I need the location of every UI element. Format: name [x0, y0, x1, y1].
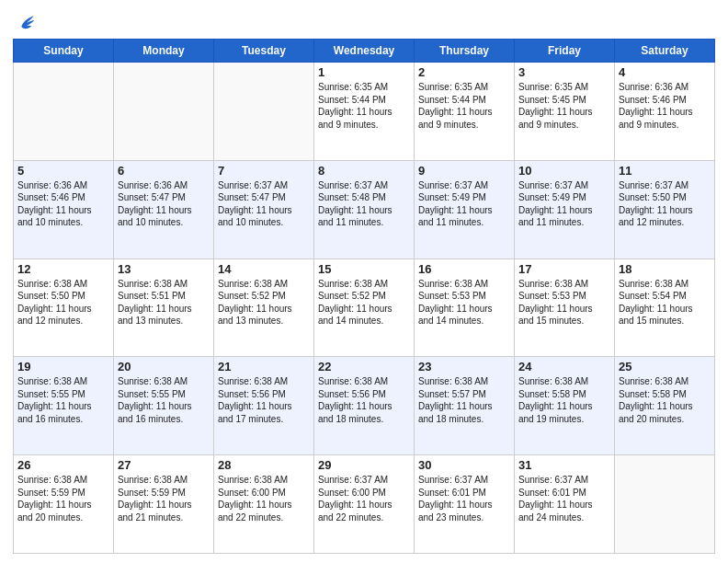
calendar-cell: 8Sunrise: 6:37 AM Sunset: 5:48 PM Daylig…	[314, 160, 415, 259]
calendar-cell: 4Sunrise: 6:36 AM Sunset: 5:46 PM Daylig…	[615, 63, 715, 161]
day-number: 9	[418, 164, 510, 178]
cell-info: Sunrise: 6:38 AM Sunset: 5:55 PM Dayligh…	[118, 375, 210, 425]
calendar-cell: 1Sunrise: 6:35 AM Sunset: 5:44 PM Daylig…	[314, 63, 415, 161]
cell-info: Sunrise: 6:38 AM Sunset: 5:56 PM Dayligh…	[218, 375, 310, 425]
calendar-cell: 23Sunrise: 6:38 AM Sunset: 5:57 PM Dayli…	[415, 357, 515, 455]
calendar-cell: 5Sunrise: 6:36 AM Sunset: 5:46 PM Daylig…	[14, 160, 114, 259]
day-number: 27	[118, 458, 210, 472]
calendar-cell: 26Sunrise: 6:38 AM Sunset: 5:59 PM Dayli…	[14, 455, 114, 554]
weekday-header-thursday: Thursday	[415, 40, 515, 63]
calendar-cell: 25Sunrise: 6:38 AM Sunset: 5:58 PM Dayli…	[615, 357, 715, 455]
cell-info: Sunrise: 6:37 AM Sunset: 6:01 PM Dayligh…	[418, 474, 510, 523]
calendar-cell	[615, 455, 715, 554]
day-number: 17	[518, 262, 610, 276]
calendar-cell: 16Sunrise: 6:38 AM Sunset: 5:53 PM Dayli…	[415, 259, 515, 357]
calendar-cell: 9Sunrise: 6:37 AM Sunset: 5:49 PM Daylig…	[415, 160, 515, 259]
day-number: 24	[518, 360, 610, 373]
calendar-cell: 22Sunrise: 6:38 AM Sunset: 5:56 PM Dayli…	[314, 357, 415, 455]
page: SundayMondayTuesdayWednesdayThursdayFrid…	[0, 0, 728, 563]
day-number: 23	[418, 360, 510, 373]
day-number: 6	[118, 164, 210, 178]
calendar-cell: 15Sunrise: 6:38 AM Sunset: 5:52 PM Dayli…	[314, 259, 415, 357]
cell-info: Sunrise: 6:38 AM Sunset: 5:52 PM Dayligh…	[318, 278, 410, 327]
logo	[13, 13, 35, 33]
day-number: 3	[518, 65, 610, 79]
calendar-cell: 10Sunrise: 6:37 AM Sunset: 5:49 PM Dayli…	[515, 160, 615, 259]
day-number: 10	[518, 164, 610, 178]
weekday-header-saturday: Saturday	[615, 40, 715, 63]
header	[13, 9, 715, 33]
weekday-header-friday: Friday	[515, 40, 615, 63]
week-row-3: 12Sunrise: 6:38 AM Sunset: 5:50 PM Dayli…	[14, 259, 715, 357]
calendar-cell: 2Sunrise: 6:35 AM Sunset: 5:44 PM Daylig…	[415, 63, 515, 161]
weekday-header-wednesday: Wednesday	[314, 40, 415, 63]
logo-bird-icon	[15, 13, 35, 33]
calendar-cell: 28Sunrise: 6:38 AM Sunset: 6:00 PM Dayli…	[214, 455, 314, 554]
calendar-cell: 6Sunrise: 6:36 AM Sunset: 5:47 PM Daylig…	[114, 160, 214, 259]
calendar-cell: 11Sunrise: 6:37 AM Sunset: 5:50 PM Dayli…	[615, 160, 715, 259]
day-number: 5	[17, 164, 109, 178]
day-number: 22	[318, 360, 410, 373]
calendar-cell: 27Sunrise: 6:38 AM Sunset: 5:59 PM Dayli…	[114, 455, 214, 554]
day-number: 31	[518, 458, 610, 472]
week-row-1: 1Sunrise: 6:35 AM Sunset: 5:44 PM Daylig…	[14, 63, 715, 161]
calendar-cell: 17Sunrise: 6:38 AM Sunset: 5:53 PM Dayli…	[515, 259, 615, 357]
calendar-cell: 12Sunrise: 6:38 AM Sunset: 5:50 PM Dayli…	[14, 259, 114, 357]
calendar-cell: 24Sunrise: 6:38 AM Sunset: 5:58 PM Dayli…	[515, 357, 615, 455]
day-number: 12	[17, 262, 109, 276]
calendar-cell: 30Sunrise: 6:37 AM Sunset: 6:01 PM Dayli…	[415, 455, 515, 554]
cell-info: Sunrise: 6:38 AM Sunset: 5:59 PM Dayligh…	[118, 474, 210, 523]
calendar-cell: 19Sunrise: 6:38 AM Sunset: 5:55 PM Dayli…	[14, 357, 114, 455]
day-number: 4	[619, 65, 711, 79]
calendar-table: SundayMondayTuesdayWednesdayThursdayFrid…	[13, 39, 715, 554]
day-number: 25	[619, 360, 711, 373]
weekday-header-sunday: Sunday	[14, 40, 114, 63]
day-number: 21	[218, 360, 310, 373]
cell-info: Sunrise: 6:38 AM Sunset: 6:00 PM Dayligh…	[218, 474, 310, 523]
cell-info: Sunrise: 6:38 AM Sunset: 5:58 PM Dayligh…	[518, 375, 610, 425]
day-number: 26	[17, 458, 109, 472]
day-number: 8	[318, 164, 410, 178]
cell-info: Sunrise: 6:37 AM Sunset: 5:50 PM Dayligh…	[619, 179, 711, 229]
cell-info: Sunrise: 6:37 AM Sunset: 5:48 PM Dayligh…	[318, 179, 410, 229]
day-number: 13	[118, 262, 210, 276]
weekday-header-monday: Monday	[114, 40, 214, 63]
cell-info: Sunrise: 6:37 AM Sunset: 5:49 PM Dayligh…	[418, 179, 510, 229]
cell-info: Sunrise: 6:36 AM Sunset: 5:46 PM Dayligh…	[619, 81, 711, 131]
cell-info: Sunrise: 6:38 AM Sunset: 5:53 PM Dayligh…	[418, 278, 510, 327]
calendar-cell: 20Sunrise: 6:38 AM Sunset: 5:55 PM Dayli…	[114, 357, 214, 455]
day-number: 30	[418, 458, 510, 472]
cell-info: Sunrise: 6:38 AM Sunset: 5:59 PM Dayligh…	[17, 474, 109, 523]
calendar-cell	[114, 63, 214, 161]
calendar-cell: 18Sunrise: 6:38 AM Sunset: 5:54 PM Dayli…	[615, 259, 715, 357]
calendar-cell	[14, 63, 114, 161]
cell-info: Sunrise: 6:35 AM Sunset: 5:44 PM Dayligh…	[318, 81, 410, 131]
calendar-cell: 3Sunrise: 6:35 AM Sunset: 5:45 PM Daylig…	[515, 63, 615, 161]
day-number: 2	[418, 65, 510, 79]
week-row-4: 19Sunrise: 6:38 AM Sunset: 5:55 PM Dayli…	[14, 357, 715, 455]
day-number: 16	[418, 262, 510, 276]
weekday-header-tuesday: Tuesday	[214, 40, 314, 63]
cell-info: Sunrise: 6:38 AM Sunset: 5:55 PM Dayligh…	[17, 375, 109, 425]
calendar-cell: 13Sunrise: 6:38 AM Sunset: 5:51 PM Dayli…	[114, 259, 214, 357]
calendar-cell: 21Sunrise: 6:38 AM Sunset: 5:56 PM Dayli…	[214, 357, 314, 455]
cell-info: Sunrise: 6:35 AM Sunset: 5:44 PM Dayligh…	[418, 81, 510, 131]
cell-info: Sunrise: 6:38 AM Sunset: 5:54 PM Dayligh…	[619, 278, 711, 327]
day-number: 19	[17, 360, 109, 373]
day-number: 28	[218, 458, 310, 472]
weekday-header-row: SundayMondayTuesdayWednesdayThursdayFrid…	[14, 40, 715, 63]
day-number: 11	[619, 164, 711, 178]
calendar-cell: 14Sunrise: 6:38 AM Sunset: 5:52 PM Dayli…	[214, 259, 314, 357]
cell-info: Sunrise: 6:35 AM Sunset: 5:45 PM Dayligh…	[518, 81, 610, 131]
calendar-cell: 29Sunrise: 6:37 AM Sunset: 6:00 PM Dayli…	[314, 455, 415, 554]
cell-info: Sunrise: 6:36 AM Sunset: 5:46 PM Dayligh…	[17, 179, 109, 229]
calendar-cell	[214, 63, 314, 161]
day-number: 20	[118, 360, 210, 373]
cell-info: Sunrise: 6:38 AM Sunset: 5:57 PM Dayligh…	[418, 375, 510, 425]
cell-info: Sunrise: 6:38 AM Sunset: 5:56 PM Dayligh…	[318, 375, 410, 425]
day-number: 1	[318, 65, 410, 79]
cell-info: Sunrise: 6:38 AM Sunset: 5:58 PM Dayligh…	[619, 375, 711, 425]
cell-info: Sunrise: 6:38 AM Sunset: 5:53 PM Dayligh…	[518, 278, 610, 327]
day-number: 18	[619, 262, 711, 276]
week-row-2: 5Sunrise: 6:36 AM Sunset: 5:46 PM Daylig…	[14, 160, 715, 259]
